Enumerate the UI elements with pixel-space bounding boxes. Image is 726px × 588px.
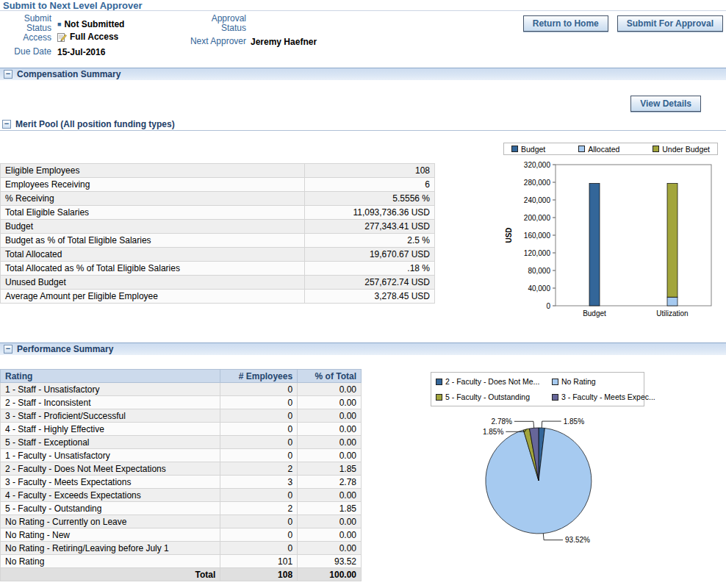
perf-table-row: 2 - Faculty - Does Not Meet Expectations… (1, 462, 362, 476)
merit-row-label: Total Allocated (1, 248, 305, 262)
merit-row-label: Total Eligible Salaries (1, 206, 305, 220)
svg-text:Budget: Budget (583, 309, 606, 318)
next-approver-label: Next Approver (180, 37, 246, 46)
view-details-button[interactable]: View Details (630, 96, 701, 112)
perf-total-row: Total108100.00 (1, 568, 362, 581)
merit-table-row: Employees Receiving6 (1, 178, 435, 192)
legend-swatch (578, 146, 585, 152)
access-value: Full Access (57, 32, 118, 42)
merit-row-value: .18 % (305, 262, 435, 276)
legend-swatch (436, 394, 442, 401)
submit-status-value: ■ Not Submitted (57, 19, 124, 29)
compensation-summary-title: Compensation Summary (17, 69, 121, 79)
merit-table-row: Eligible Employees108 (1, 164, 435, 178)
compensation-summary-header: − Compensation Summary (0, 68, 726, 80)
perf-row-value: 0.00 (298, 489, 362, 502)
perf-row-rating: 5 - Faculty - Outstanding (1, 502, 220, 515)
legend-item: Allocated (578, 145, 619, 154)
return-to-home-button[interactable]: Return to Home (523, 15, 608, 32)
perf-row-value: 2 (220, 462, 298, 476)
merit-row-value: 277,343.41 USD (305, 220, 435, 234)
legend-label: 2 - Faculty - Does Not Me... (445, 377, 539, 386)
svg-text:280,000: 280,000 (524, 179, 551, 187)
svg-text:240,000: 240,000 (524, 196, 551, 204)
due-date-text: 15-Jul-2016 (57, 47, 105, 57)
svg-text:320,000: 320,000 (524, 161, 551, 169)
access-label: Access (6, 33, 51, 43)
merit-row-value: 19,670.67 USD (305, 248, 435, 262)
merit-row-value: 6 (305, 178, 435, 192)
perf-row-rating: 3 - Staff - Proficient/Successful (1, 409, 220, 423)
merit-row-label: Total Allocated as % of Total Eligible S… (1, 262, 305, 276)
perf-row-value: 0 (220, 449, 298, 462)
perf-table-row: 2 - Staff - Inconsistent00.00 (1, 396, 362, 409)
perf-table-row: 4 - Faculty - Exceeds Expectations00.00 (1, 489, 362, 502)
perf-row-rating: 2 - Faculty - Does Not Meet Expectations (1, 462, 220, 476)
perf-row-value: 0.00 (298, 449, 362, 462)
perf-table-row: 3 - Faculty - Meets Expectations32.78 (1, 476, 362, 489)
merit-pool-table: Eligible Employees108Employees Receiving… (0, 163, 435, 304)
perf-row-rating: No Rating (1, 555, 220, 568)
merit-row-label: Budget (1, 220, 305, 234)
perf-table-row: No Rating - Retiring/Leaving before July… (1, 542, 362, 555)
legend-item: No Rating (552, 377, 655, 386)
perf-row-rating: 5 - Staff - Exceptional (1, 436, 220, 449)
collapse-icon[interactable]: − (4, 70, 12, 79)
submit-for-approval-button[interactable]: Submit For Approval (617, 15, 723, 32)
collapse-icon[interactable]: − (2, 120, 11, 129)
perf-table-row: 1 - Staff - Unsatisfactory00.00 (1, 383, 362, 396)
merit-row-label: Unused Budget (1, 276, 305, 290)
svg-text:1.85%: 1.85% (564, 417, 584, 426)
approval-status-label: Approval Status (187, 14, 246, 33)
svg-text:80,000: 80,000 (528, 267, 550, 275)
merit-table-row: Total Allocated as % of Total Eligible S… (1, 262, 435, 276)
perf-row-rating: No Rating - Currently on Leave (1, 515, 220, 528)
merit-pool-title: Merit Pool (All position funding types) (15, 119, 175, 129)
svg-text:200,000: 200,000 (524, 214, 551, 222)
perf-table-row: 5 - Faculty - Outstanding21.85 (1, 502, 362, 515)
svg-text:160,000: 160,000 (524, 232, 551, 240)
merit-row-label: Budget as % of Total Eligible Salaries (1, 234, 305, 248)
page-title: Submit to Next Level Approver (3, 0, 143, 11)
merit-table-row: Budget277,343.41 USD (1, 220, 435, 234)
perf-row-value: 0 (220, 383, 298, 396)
legend-label: 5 - Faculty - Outstanding (445, 392, 530, 401)
perf-row-value: 1.85 (298, 462, 362, 476)
perf-row-rating: 4 - Staff - Highly Effective (1, 423, 220, 436)
perf-row-value: 0.00 (298, 383, 362, 396)
merit-row-label: Eligible Employees (1, 164, 305, 178)
perf-row-value: 101 (220, 555, 298, 568)
pie-chart-plot: 1.85%93.52%1.85%2.78% (430, 408, 645, 552)
merit-row-value: 2.5 % (305, 234, 435, 248)
legend-swatch (511, 146, 518, 152)
collapse-icon[interactable]: − (4, 345, 12, 354)
bar-chart-plot: 040,00080,000120,000160,000200,000240,00… (503, 156, 717, 323)
legend-item: Under Budget (653, 145, 710, 154)
merit-table-row: Total Eligible Salaries11,093,736.36 USD (1, 206, 435, 220)
merit-table-row: % Receiving5.5556 % (1, 192, 435, 206)
perf-row-rating: No Rating - New (1, 528, 220, 542)
performance-summary-header: − Performance Summary (0, 343, 726, 355)
merit-row-value: 3,278.45 USD (305, 290, 435, 304)
legend-label: Under Budget (662, 145, 710, 154)
perf-row-value: 0.00 (298, 528, 362, 542)
merit-row-value: 11,093,736.36 USD (305, 206, 435, 220)
perf-row-value: 0.00 (298, 409, 362, 423)
merit-row-label: Employees Receiving (1, 178, 305, 192)
perf-row-value: 0.00 (298, 436, 362, 449)
merit-table-row: Total Allocated19,670.67 USD (1, 248, 435, 262)
legend-swatch (552, 394, 558, 401)
legend-swatch (653, 146, 659, 152)
next-approver-value: Jeremy Haefner (251, 37, 317, 47)
perf-total-cell: 108 (220, 568, 298, 581)
legend-item: 5 - Faculty - Outstanding (436, 392, 552, 401)
svg-text:120,000: 120,000 (524, 249, 551, 257)
perf-table-row: 3 - Staff - Proficient/Successful00.00 (1, 409, 362, 423)
header-buttons: Return to Home Submit For Approval (523, 15, 723, 32)
bar-chart-legend: BudgetAllocatedUnder Budget (503, 143, 718, 155)
perf-total-cell: Total (1, 568, 220, 581)
perf-total-cell: 100.00 (298, 568, 362, 581)
perf-row-value: 0.00 (298, 542, 362, 555)
svg-text:93.52%: 93.52% (565, 536, 590, 544)
perf-row-rating: 1 - Faculty - Unsatisfactory (1, 449, 220, 462)
